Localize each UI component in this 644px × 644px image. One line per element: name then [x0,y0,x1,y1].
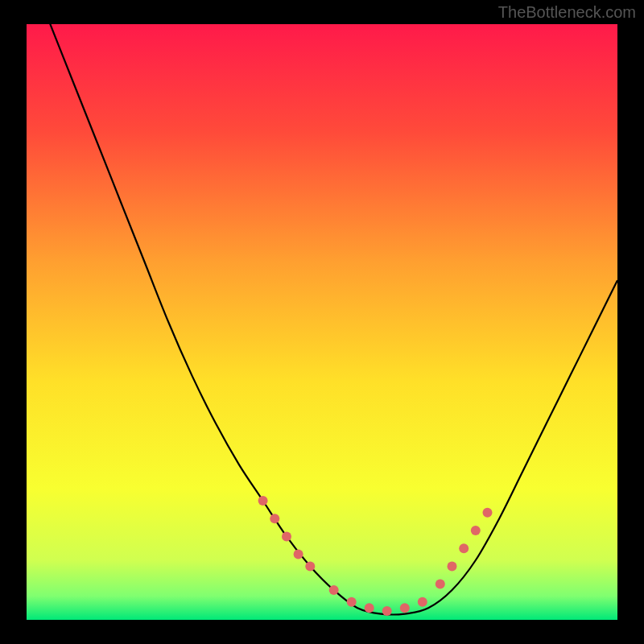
marker-point [418,597,427,607]
marker-point [459,543,469,553]
plot-area [27,24,617,620]
chart-container: TheBottleneck.com [0,0,644,644]
marker-point [294,550,303,559]
marker-point [471,526,481,535]
marker-point [382,606,392,616]
marker-point [329,585,339,595]
marker-point [365,603,374,613]
marker-point [448,561,457,571]
marker-point [270,514,279,523]
gradient-background [27,24,617,620]
marker-point [282,531,291,541]
watermark-text: TheBottleneck.com [498,3,636,22]
marker-point [258,496,268,506]
marker-point [436,580,445,589]
marker-point [400,603,410,613]
marker-point [483,508,493,518]
marker-point [347,597,357,607]
chart-svg [27,24,617,620]
marker-point [305,561,315,571]
